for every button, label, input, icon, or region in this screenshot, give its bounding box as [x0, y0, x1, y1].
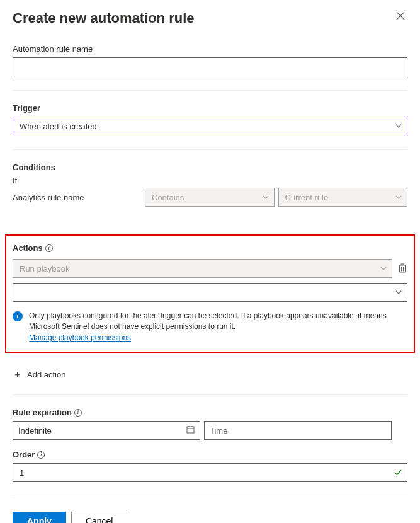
- checkmark-icon: [394, 468, 402, 478]
- chevron-down-icon: [263, 194, 269, 200]
- divider: [13, 394, 407, 395]
- playbook-secondary-select[interactable]: [13, 283, 407, 302]
- actions-label: Actions i: [13, 243, 407, 253]
- divider: [13, 90, 407, 91]
- info-badge-icon: i: [13, 311, 23, 321]
- divider: [13, 149, 407, 150]
- chevron-down-icon: [395, 289, 402, 296]
- add-action-label: Add action: [27, 370, 65, 379]
- page-title: Create new automation rule: [13, 10, 195, 26]
- condition-operator-select[interactable]: Contains: [145, 188, 275, 207]
- delete-action-button[interactable]: [397, 263, 407, 273]
- actions-section: Actions i Run playbook i Only playbooks …: [5, 234, 415, 353]
- expiration-time-input[interactable]: Time: [204, 421, 392, 440]
- condition-operator-value: Contains: [152, 193, 184, 202]
- expiration-label-text: Rule expiration: [13, 408, 72, 417]
- divider: [13, 495, 407, 495]
- actions-label-text: Actions: [13, 243, 43, 253]
- expiration-date-value: Indefinite: [18, 426, 52, 435]
- info-icon[interactable]: i: [37, 451, 45, 459]
- playbook-action-select[interactable]: Run playbook: [13, 259, 392, 278]
- order-select[interactable]: 1: [13, 463, 407, 482]
- info-icon[interactable]: i: [45, 244, 53, 252]
- chevron-down-icon: [395, 123, 402, 129]
- info-text-content: Only playbooks configured for the alert …: [29, 311, 387, 331]
- apply-button[interactable]: Apply: [13, 512, 66, 523]
- close-button[interactable]: [394, 10, 407, 24]
- close-icon: [396, 11, 405, 20]
- svg-rect-0: [187, 427, 194, 433]
- trash-icon: [398, 263, 407, 273]
- rule-name-input[interactable]: [13, 57, 407, 76]
- cancel-button[interactable]: Cancel: [71, 512, 128, 523]
- order-label-text: Order: [13, 450, 35, 459]
- playbook-action-value: Run playbook: [20, 264, 70, 273]
- trigger-value: When alert is created: [20, 122, 97, 131]
- expiration-date-input[interactable]: Indefinite: [13, 421, 200, 440]
- manage-permissions-link[interactable]: Manage playbook permissions: [29, 333, 131, 342]
- trigger-select[interactable]: When alert is created: [13, 117, 407, 135]
- conditions-if-label: If: [13, 176, 407, 185]
- trigger-label: Trigger: [13, 103, 407, 113]
- calendar-icon: [186, 425, 195, 435]
- rule-name-label: Automation rule name: [13, 44, 407, 54]
- order-value: 1: [20, 468, 24, 478]
- condition-field-label: Analytics rule name: [13, 193, 141, 202]
- condition-value: Current rule: [285, 193, 329, 202]
- add-action-button[interactable]: ＋ Add action: [13, 369, 407, 381]
- info-icon[interactable]: i: [74, 409, 82, 417]
- order-label: Order i: [13, 450, 407, 459]
- playbook-info-text: Only playbooks configured for the alert …: [29, 311, 407, 343]
- chevron-down-icon: [380, 265, 387, 272]
- plus-icon: ＋: [13, 369, 22, 381]
- expiration-time-placeholder: Time: [210, 426, 227, 435]
- expiration-label: Rule expiration i: [13, 408, 407, 417]
- chevron-down-icon: [395, 194, 402, 200]
- conditions-label: Conditions: [13, 163, 407, 172]
- condition-value-select[interactable]: Current rule: [278, 188, 408, 207]
